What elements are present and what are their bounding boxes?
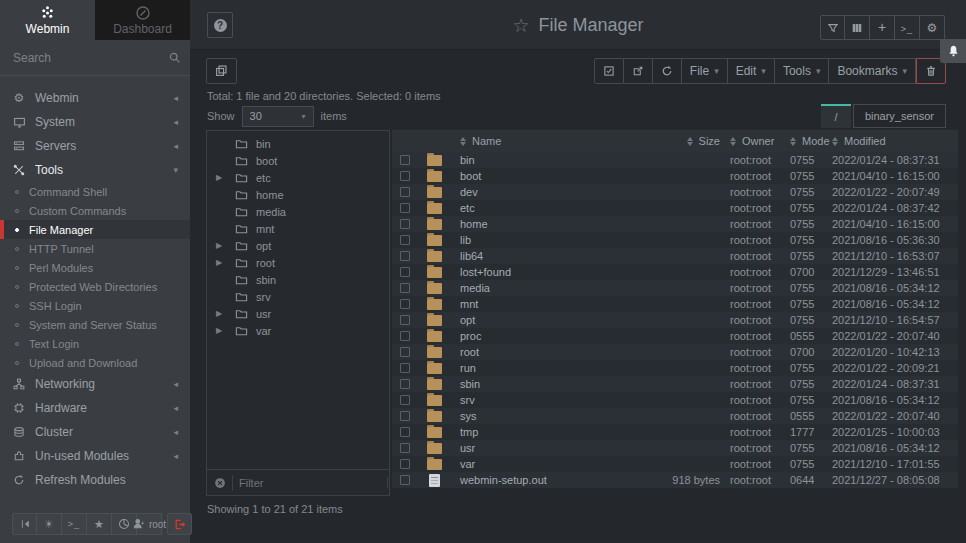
row-checkbox[interactable]	[400, 267, 410, 277]
file-name[interactable]: run	[450, 362, 642, 374]
file-name[interactable]: boot	[450, 170, 642, 182]
table-row[interactable]: sbin root:root 0755 2022/01/24 - 08:37:3…	[392, 376, 958, 392]
select-all-button[interactable]	[594, 58, 624, 84]
table-row[interactable]: lib64 root:root 0755 2021/12/10 - 16:53:…	[392, 248, 958, 264]
settings-button[interactable]: ⚙	[920, 15, 945, 40]
caret-right-icon[interactable]: ▶	[207, 241, 221, 250]
menu-edit[interactable]: Edit ▾	[728, 58, 775, 84]
sidebar-item-servers[interactable]: Servers ◂	[0, 134, 190, 158]
row-checkbox[interactable]	[400, 363, 410, 373]
file-name[interactable]: home	[450, 218, 642, 230]
row-checkbox[interactable]	[400, 395, 410, 405]
sidebar-item-command-shell[interactable]: Command Shell	[0, 182, 190, 201]
caret-right-icon[interactable]: ▶	[207, 258, 221, 267]
column-header-size[interactable]: Size	[642, 135, 730, 147]
tree-item-srv[interactable]: srv	[207, 288, 389, 305]
favorites-star-button[interactable]: ★	[87, 513, 112, 535]
theme-sun-button[interactable]: ☀	[37, 513, 62, 535]
file-name[interactable]: proc	[450, 330, 642, 342]
sidebar-item-tools[interactable]: Tools ▾	[0, 158, 190, 182]
tab-dashboard[interactable]: Dashboard	[95, 0, 190, 40]
caret-right-icon[interactable]: ▶	[207, 326, 221, 335]
sidebar-item-text-login[interactable]: Text Login	[0, 334, 190, 353]
row-checkbox[interactable]	[400, 475, 410, 485]
table-row[interactable]: lost+found root:root 0700 2021/12/29 - 1…	[392, 264, 958, 280]
file-name[interactable]: webmin-setup.out	[450, 474, 642, 486]
sidebar-item-networking[interactable]: Networking ◂	[0, 372, 190, 396]
file-name[interactable]: dev	[450, 186, 642, 198]
filter-button[interactable]	[820, 15, 845, 40]
table-row[interactable]: proc root:root 0555 2022/01/22 - 20:07:4…	[392, 328, 958, 344]
file-name[interactable]: lib	[450, 234, 642, 246]
table-row[interactable]: tmp root:root 1777 2022/01/25 - 10:00:03	[392, 424, 958, 440]
row-checkbox[interactable]	[400, 251, 410, 261]
table-row[interactable]: etc root:root 0755 2022/01/24 - 08:37:42	[392, 200, 958, 216]
menu-bookmarks[interactable]: Bookmarks ▾	[829, 58, 916, 84]
sidebar-item-file-manager[interactable]: File Manager	[0, 220, 190, 239]
file-name[interactable]: mnt	[450, 298, 642, 310]
file-name[interactable]: opt	[450, 314, 642, 326]
file-name[interactable]: var	[450, 458, 642, 470]
table-row[interactable]: root root:root 0700 2022/01/20 - 10:42:1…	[392, 344, 958, 360]
terminal-button[interactable]: >_	[895, 15, 920, 40]
table-row[interactable]: srv root:root 0755 2021/08/16 - 05:34:12	[392, 392, 958, 408]
tree-item-usr[interactable]: ▶ usr	[207, 305, 389, 322]
tree-item-boot[interactable]: boot	[207, 152, 389, 169]
row-checkbox[interactable]	[400, 347, 410, 357]
tree-item-media[interactable]: media	[207, 203, 389, 220]
table-row[interactable]: mnt root:root 0755 2021/08/16 - 05:34:12	[392, 296, 958, 312]
help-button[interactable]: ?	[207, 12, 233, 38]
row-checkbox[interactable]	[400, 283, 410, 293]
table-row[interactable]: boot root:root 0755 2021/04/10 - 16:15:0…	[392, 168, 958, 184]
sidebar-item-system[interactable]: System ◂	[0, 110, 190, 134]
file-name[interactable]: sys	[450, 410, 642, 422]
add-button[interactable]: +	[870, 15, 895, 40]
column-header-modified[interactable]: Modified	[832, 135, 958, 147]
columns-button[interactable]	[845, 15, 870, 40]
file-name[interactable]: root	[450, 346, 642, 358]
sidebar-item-ssh-login[interactable]: SSH Login	[0, 296, 190, 315]
sidebar-item-upload-and-download[interactable]: Upload and Download	[0, 353, 190, 372]
file-name[interactable]: usr	[450, 442, 642, 454]
sidebar-item-cluster[interactable]: Cluster ◂	[0, 420, 190, 444]
breadcrumb-path-button[interactable]: binary_sensor	[853, 104, 946, 128]
collapse-button[interactable]	[12, 513, 37, 535]
sidebar-item-protected-web-directories[interactable]: Protected Web Directories	[0, 277, 190, 296]
export-button[interactable]	[624, 58, 653, 84]
table-row[interactable]: var root:root 0755 2021/12/10 - 17:01:55	[392, 456, 958, 472]
table-row[interactable]: dev root:root 0755 2022/01/22 - 20:07:49	[392, 184, 958, 200]
file-name[interactable]: etc	[450, 202, 642, 214]
column-header-name[interactable]: Name	[450, 135, 642, 147]
column-header-mode[interactable]: Mode	[786, 135, 832, 147]
caret-right-icon[interactable]: ▶	[207, 309, 221, 318]
row-checkbox[interactable]	[400, 427, 410, 437]
sidebar-item-webmin[interactable]: ⚙ Webmin ◂	[0, 86, 190, 110]
tree-item-bin[interactable]: bin	[207, 135, 389, 152]
table-row[interactable]: webmin-setup.out 918 bytes root:root 064…	[392, 472, 958, 488]
menu-file[interactable]: File ▾	[682, 58, 728, 84]
row-checkbox[interactable]	[400, 315, 410, 325]
column-header-owner[interactable]: Owner	[730, 135, 786, 147]
file-name[interactable]: lib64	[450, 250, 642, 262]
tree-item-mnt[interactable]: mnt	[207, 220, 389, 237]
row-checkbox[interactable]	[400, 171, 410, 181]
breadcrumb-root-button[interactable]: /	[821, 104, 851, 128]
tree-filter-input[interactable]	[232, 475, 381, 491]
sidebar-item-refresh-modules[interactable]: Refresh Modules	[0, 468, 190, 492]
menu-tools[interactable]: Tools ▾	[775, 58, 830, 84]
row-checkbox[interactable]	[400, 203, 410, 213]
file-name[interactable]: lost+found	[450, 266, 642, 278]
tree-item-etc[interactable]: ▶ etc	[207, 169, 389, 186]
refresh-button[interactable]	[653, 58, 682, 84]
user-button[interactable]: root	[137, 513, 162, 535]
clear-filter-icon[interactable]	[214, 477, 226, 489]
select-view-button[interactable]	[206, 58, 237, 84]
row-checkbox[interactable]	[400, 459, 410, 469]
row-checkbox[interactable]	[400, 379, 410, 389]
table-row[interactable]: lib root:root 0755 2021/08/16 - 05:36:30	[392, 232, 958, 248]
row-checkbox[interactable]	[400, 219, 410, 229]
tree-item-root[interactable]: ▶ root	[207, 254, 389, 271]
sidebar-item-http-tunnel[interactable]: HTTP Tunnel	[0, 239, 190, 258]
tree-item-opt[interactable]: ▶ opt	[207, 237, 389, 254]
sidebar-item-un-used-modules[interactable]: Un-used Modules ◂	[0, 444, 190, 468]
